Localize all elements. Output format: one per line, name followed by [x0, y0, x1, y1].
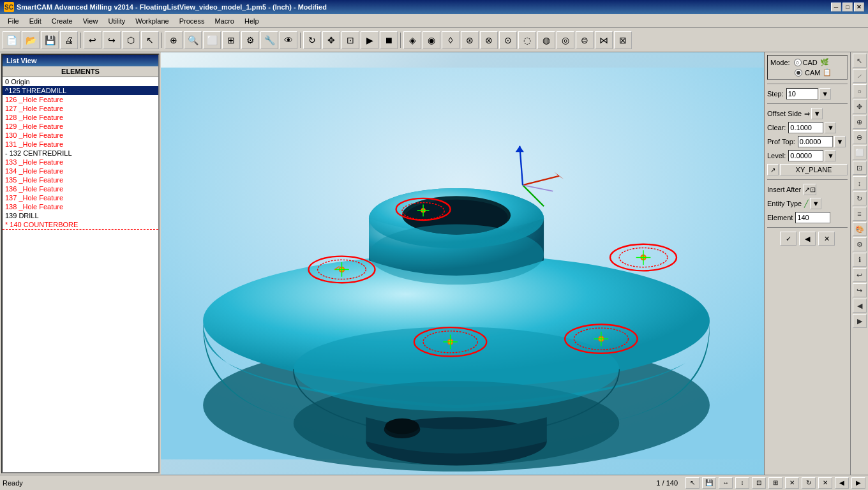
element-input[interactable] [795, 212, 830, 223]
menu-process[interactable]: Process [174, 16, 210, 26]
stop-button[interactable]: ⏹ [380, 31, 398, 49]
status-snap1-btn[interactable]: ⊡ [752, 477, 766, 489]
rotate-button[interactable]: ↻ [303, 31, 321, 49]
rt-layer[interactable]: ≡ [853, 207, 867, 221]
action-btn2[interactable]: ◀ [799, 232, 816, 246]
settings-button[interactable]: ⚙ [241, 31, 259, 49]
tool9-button[interactable]: ◎ [557, 31, 574, 49]
list-item[interactable]: 138 _Hole Feature [3, 202, 158, 211]
level-dropdown[interactable]: ▼ [825, 150, 836, 161]
rt-forward[interactable]: ▶ [853, 314, 867, 328]
pan-button[interactable]: ✥ [322, 31, 340, 49]
insert-after-btn[interactable]: ↗⊡ [804, 184, 816, 195]
rt-rotate[interactable]: ↻ [853, 191, 867, 205]
tool4-button[interactable]: ⊛ [461, 31, 479, 49]
open-button[interactable]: 📂 [22, 31, 40, 49]
status-refresh-btn[interactable]: ↻ [802, 477, 816, 489]
list-item[interactable]: 130 _Hole Feature [3, 131, 158, 140]
listview-content[interactable]: 0 Origin ^125 THREADMILL 126 _Hole Featu… [3, 77, 158, 472]
rt-undo[interactable]: ↩ [853, 268, 867, 282]
rt-line[interactable]: ⟋ [853, 69, 867, 83]
element-button[interactable]: ⬜ [203, 31, 221, 49]
pointer-button[interactable]: ↖ [141, 31, 159, 49]
list-item[interactable]: ^125 THREADMILL [3, 86, 158, 95]
cad-radio[interactable]: ○ [794, 59, 802, 66]
select-button[interactable]: ⬡ [122, 31, 140, 49]
list-item[interactable]: 139 DRILL [3, 211, 158, 220]
minimize-button[interactable]: ─ [831, 3, 841, 11]
snap-button[interactable]: ⊡ [341, 31, 359, 49]
rt-select[interactable]: ⬜ [853, 145, 867, 160]
status-snap2-btn[interactable]: ⊞ [768, 477, 782, 489]
view-button[interactable]: 👁 [280, 31, 297, 49]
rt-snap[interactable]: ⊡ [853, 161, 867, 175]
cam-radio[interactable] [795, 69, 802, 77]
tool5-button[interactable]: ⊗ [480, 31, 498, 49]
close-button[interactable]: ✕ [854, 3, 864, 11]
action-btn1[interactable]: ✓ [780, 232, 797, 246]
status-close1-btn[interactable]: ✕ [785, 477, 799, 489]
rt-zoom-in[interactable]: ⊕ [853, 115, 867, 129]
rt-color[interactable]: 🎨 [853, 222, 867, 236]
list-item[interactable]: 128 _Hole Feature [3, 113, 158, 122]
rt-redo[interactable]: ↪ [853, 283, 867, 297]
render-button[interactable]: ▶ [361, 31, 378, 49]
list-item[interactable]: 126 _Hole Feature [3, 95, 158, 104]
tool3-button[interactable]: ◊ [442, 31, 460, 49]
tool10-button[interactable]: ⊜ [576, 31, 594, 49]
tool1-button[interactable]: ◈ [403, 31, 421, 49]
list-item[interactable]: 0 Origin [3, 77, 158, 86]
menu-macro[interactable]: Macro [209, 16, 239, 26]
step-input[interactable] [786, 88, 818, 100]
list-item[interactable]: 131 _Hole Feature [3, 140, 158, 149]
new-button[interactable]: 📄 [3, 31, 20, 49]
proftop-input[interactable] [798, 136, 833, 147]
list-item[interactable]: 127 _Hole Feature [3, 104, 158, 113]
clear-dropdown[interactable]: ▼ [825, 122, 836, 133]
list-item[interactable]: 133 _Hole Feature [3, 158, 158, 167]
status-next-btn[interactable]: ▶ [851, 477, 865, 489]
menu-view[interactable]: View [78, 16, 103, 26]
clear-input[interactable] [788, 122, 823, 133]
plane-icon-btn[interactable]: ↗ [767, 164, 779, 175]
menu-edit[interactable]: Edit [24, 16, 47, 26]
viewport[interactable] [161, 52, 764, 475]
tool6-button[interactable]: ⊙ [499, 31, 517, 49]
menu-create[interactable]: Create [47, 16, 78, 26]
rt-move[interactable]: ✥ [853, 100, 867, 114]
list-item[interactable]: * 140 COUNTERBORE [3, 220, 158, 230]
step-dropdown[interactable]: ▼ [819, 88, 831, 100]
redo-button[interactable]: ↪ [103, 31, 121, 49]
list-item[interactable]: 136 _Hole Feature [3, 184, 158, 193]
list-item[interactable]: 129 _Hole Feature [3, 122, 158, 131]
rt-arrow[interactable]: ↕ [853, 176, 867, 190]
zoom-in-button[interactable]: 🔍 [184, 31, 202, 49]
status-zoom-btn[interactable]: ↔ [719, 477, 733, 489]
action-btn3[interactable]: ✕ [818, 232, 835, 246]
rt-info[interactable]: ℹ [853, 253, 867, 267]
zoom-all-button[interactable]: ⊕ [165, 31, 183, 49]
layer-button[interactable]: ⊞ [222, 31, 240, 49]
list-item[interactable]: 137 _Hole Feature [3, 193, 158, 202]
rt-cursor[interactable]: ↖ [853, 54, 867, 68]
proftop-dropdown[interactable]: ▼ [834, 136, 846, 147]
tool11-button[interactable]: ⋈ [595, 31, 613, 49]
list-item[interactable]: 134 _Hole Feature [3, 167, 158, 175]
level-input[interactable] [788, 150, 823, 161]
maximize-button[interactable]: □ [842, 3, 853, 11]
entity-type-dropdown[interactable]: ▼ [810, 198, 821, 209]
status-pan-btn[interactable]: ↕ [735, 477, 749, 489]
save-button[interactable]: 💾 [41, 31, 59, 49]
menu-help[interactable]: Help [239, 16, 264, 26]
menu-utility[interactable]: Utility [103, 16, 130, 26]
status-arrow-btn[interactable]: ↖ [685, 477, 700, 489]
print-button[interactable]: 🖨 [60, 31, 78, 49]
tool2-button[interactable]: ◉ [423, 31, 440, 49]
status-save-btn[interactable]: 💾 [702, 477, 716, 489]
tool7-button[interactable]: ◌ [518, 31, 536, 49]
rt-settings[interactable]: ⚙ [853, 237, 867, 251]
config-button[interactable]: 🔧 [260, 31, 278, 49]
rt-zoom-out[interactable]: ⊖ [853, 130, 867, 144]
menu-workplane[interactable]: Workplane [130, 16, 174, 26]
rt-back[interactable]: ◀ [853, 299, 867, 313]
